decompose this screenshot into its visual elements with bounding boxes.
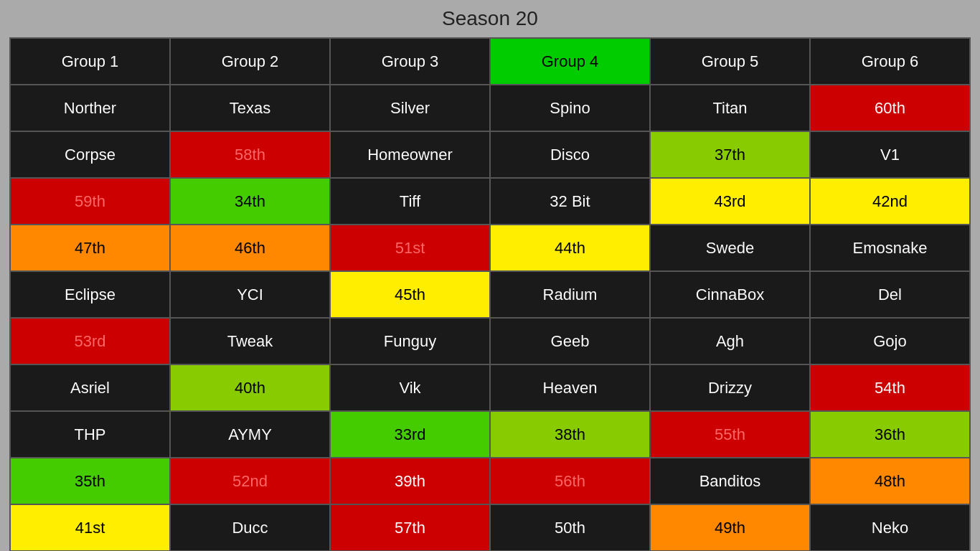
table-row: THPAYMY33rd38th55th36th (10, 411, 970, 458)
table-cell: Radium (490, 271, 650, 318)
group-header: Group 3 (330, 38, 490, 85)
table-cell: 37th (650, 131, 810, 178)
table-cell: 35th (10, 458, 170, 504)
table-cell: Geeb (490, 318, 650, 364)
table-row: 41stDucc57th50th49thNeko (10, 504, 970, 551)
table-cell: 53rd (10, 318, 170, 364)
table-cell: Drizzy (650, 364, 810, 411)
table-cell: V1 (810, 131, 970, 178)
group-header: Group 1 (10, 38, 170, 85)
table-cell: THP (10, 411, 170, 458)
table-cell: Ducc (170, 504, 330, 551)
table-cell: Swede (650, 225, 810, 271)
table-cell: Heaven (490, 364, 650, 411)
table-cell: Del (810, 271, 970, 318)
group-header: Group 2 (170, 38, 330, 85)
table-cell: Titan (650, 85, 810, 131)
table-cell: Neko (810, 504, 970, 551)
table-cell: Tweak (170, 318, 330, 364)
group-header: Group 6 (810, 38, 970, 85)
table-cell: Emosnake (810, 225, 970, 271)
table-row: 47th46th51st44thSwedeEmosnake (10, 225, 970, 271)
table-cell: CinnaBox (650, 271, 810, 318)
group-header: Group 4 (490, 38, 650, 85)
table-cell: Corpse (10, 131, 170, 178)
table-cell: Asriel (10, 364, 170, 411)
table-row: 59th34thTiff32 Bit43rd42nd (10, 178, 970, 225)
table-cell: 60th (810, 85, 970, 131)
table-row: Corpse58thHomeownerDisco37thV1 (10, 131, 970, 178)
table-cell: Tiff (330, 178, 490, 225)
table-cell: Vik (330, 364, 490, 411)
table-cell: 32 Bit (490, 178, 650, 225)
table-cell: 57th (330, 504, 490, 551)
table-row: NortherTexasSilverSpinoTitan60th (10, 85, 970, 131)
table-cell: 42nd (810, 178, 970, 225)
table-cell: 59th (10, 178, 170, 225)
table-cell: 47th (10, 225, 170, 271)
table-row: 35th52nd39th56thBanditos48th (10, 458, 970, 504)
table-cell: 45th (330, 271, 490, 318)
table-row: 53rdTweakFunguyGeebAghGojo (10, 318, 970, 364)
table-cell: 48th (810, 458, 970, 504)
table-cell: 52nd (170, 458, 330, 504)
table-cell: 49th (650, 504, 810, 551)
season-table: Group 1Group 2Group 3Group 4Group 5Group… (9, 37, 971, 551)
table-cell: 58th (170, 131, 330, 178)
table-cell: Homeowner (330, 131, 490, 178)
table-cell: 55th (650, 411, 810, 458)
group-header: Group 5 (650, 38, 810, 85)
table-cell: AYMY (170, 411, 330, 458)
table-cell: 46th (170, 225, 330, 271)
table-cell: Spino (490, 85, 650, 131)
table-cell: 41st (10, 504, 170, 551)
table-cell: Gojo (810, 318, 970, 364)
page-title: Season 20 (442, 7, 538, 30)
table-cell: 56th (490, 458, 650, 504)
table-cell: Eclipse (10, 271, 170, 318)
table-cell: Funguy (330, 318, 490, 364)
table-row: EclipseYCI45thRadiumCinnaBoxDel (10, 271, 970, 318)
table-cell: Norther (10, 85, 170, 131)
table-cell: 38th (490, 411, 650, 458)
table-row: Asriel40thVikHeavenDrizzy54th (10, 364, 970, 411)
table-cell: Disco (490, 131, 650, 178)
table-cell: 36th (810, 411, 970, 458)
table-cell: 34th (170, 178, 330, 225)
table-cell: 39th (330, 458, 490, 504)
table-cell: 33rd (330, 411, 490, 458)
table-cell: 51st (330, 225, 490, 271)
table-cell: 43rd (650, 178, 810, 225)
table-cell: Agh (650, 318, 810, 364)
table-cell: Banditos (650, 458, 810, 504)
table-cell: 40th (170, 364, 330, 411)
table-cell: 44th (490, 225, 650, 271)
table-cell: 54th (810, 364, 970, 411)
table-cell: Texas (170, 85, 330, 131)
table-cell: 50th (490, 504, 650, 551)
table-cell: YCI (170, 271, 330, 318)
table-cell: Silver (330, 85, 490, 131)
